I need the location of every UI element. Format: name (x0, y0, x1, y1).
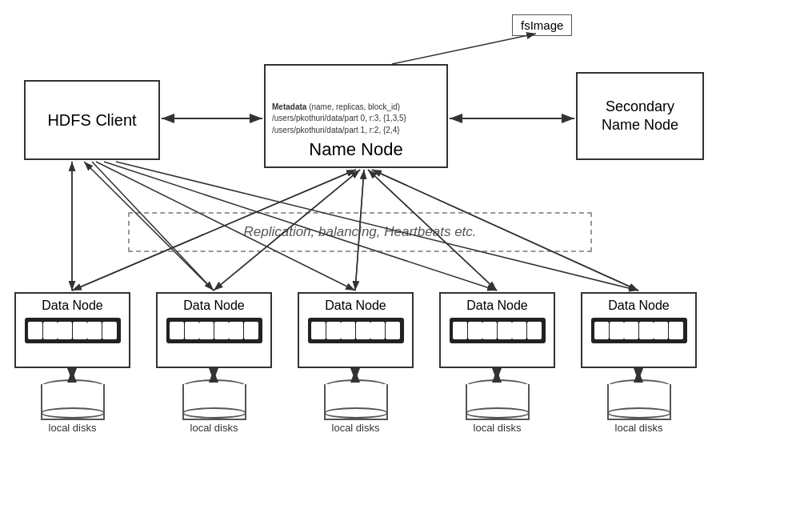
disk-block (43, 322, 58, 339)
data-node-box-1: Data Node (14, 292, 130, 368)
data-node-box-2: Data Node (156, 292, 272, 368)
data-node-container-4: Data Node local disks (439, 292, 555, 434)
name-node-box: Metadata (name, replicas, block_id) /use… (264, 64, 448, 168)
cylinder-bottom (182, 407, 246, 419)
local-disk-label-1: local disks (49, 422, 97, 434)
local-disk-label-5: local disks (615, 422, 663, 434)
hdfs-diagram: fsImage HDFS Client Metadata (name, repl… (0, 0, 812, 505)
disk-block (370, 322, 385, 339)
disk-block (669, 322, 683, 339)
disk-block (453, 322, 467, 339)
disk-block (594, 322, 609, 339)
disk-block (87, 322, 102, 339)
local-disk-label-3: local disks (332, 422, 380, 434)
metadata-line1: /users/pkothuri/data/part 0, r:3, {1,3,5… (272, 114, 406, 122)
replication-label: Replication, balancing, Heartbeats etc. (243, 224, 476, 240)
disk-strip-4 (450, 318, 546, 343)
disk-block (58, 322, 72, 339)
disk-block (28, 322, 42, 339)
disk-block (482, 322, 497, 339)
local-disk-3: local disks (320, 375, 392, 434)
data-node-label-1: Data Node (42, 299, 103, 313)
disk-block (468, 322, 482, 339)
disk-block (654, 322, 668, 339)
disk-block (386, 322, 400, 339)
data-node-container-1: Data Node local disks (14, 292, 130, 434)
cylinder-4 (462, 375, 534, 419)
cylinder-5 (603, 375, 675, 419)
local-disk-label-2: local disks (190, 422, 238, 434)
data-node-label-2: Data Node (183, 299, 245, 313)
data-node-label-4: Data Node (466, 299, 528, 313)
metadata-line2: /users/pkothuri/data/part 1, r:2, {2,4} (272, 126, 400, 134)
disk-block (102, 322, 117, 339)
disk-block (498, 322, 512, 339)
data-node-box-4: Data Node (439, 292, 555, 368)
data-node-label-5: Data Node (608, 299, 670, 313)
disk-block (244, 322, 258, 339)
disk-block (639, 322, 654, 339)
disk-block (229, 322, 243, 339)
disk-block (527, 322, 542, 339)
data-node-box-5: Data Node (581, 292, 697, 368)
data-node-box-3: Data Node (298, 292, 414, 368)
disk-strip-2 (166, 318, 262, 343)
data-node-container-2: Data Node local disks (156, 292, 272, 434)
cylinder-1 (37, 375, 109, 419)
disk-block (610, 322, 624, 339)
disk-block (624, 322, 638, 339)
cylinder-2 (178, 375, 250, 419)
disk-strip-3 (308, 318, 404, 343)
local-disk-1: local disks (37, 375, 109, 434)
disk-block (326, 322, 341, 339)
metadata-label: Metadata (272, 102, 306, 111)
local-disk-2: local disks (178, 375, 250, 434)
replication-box: Replication, balancing, Heartbeats etc. (128, 212, 592, 252)
fsimage-label: fsImage (521, 18, 563, 32)
disk-block (512, 322, 526, 339)
secondary-name-node-box: Secondary Name Node (576, 72, 704, 160)
hdfs-client-label: HDFS Client (47, 111, 136, 130)
disk-strip-5 (591, 318, 687, 343)
disk-block (170, 322, 184, 339)
fsimage-box: fsImage (512, 14, 572, 36)
disk-block (199, 322, 214, 339)
name-node-label: Name Node (309, 139, 402, 160)
local-disk-label-4: local disks (474, 422, 522, 434)
local-disk-4: local disks (462, 375, 534, 434)
cylinder-bottom (607, 407, 671, 419)
disk-block (311, 322, 326, 339)
cylinder-3 (320, 375, 392, 419)
data-node-label-3: Data Node (325, 299, 386, 313)
cylinder-bottom (41, 407, 105, 419)
cylinder-bottom (466, 407, 530, 419)
disk-block (356, 322, 370, 339)
disk-block (341, 322, 355, 339)
hdfs-client-box: HDFS Client (24, 80, 160, 160)
metadata-detail: (name, replicas, block_id) (306, 102, 400, 111)
disk-strip-1 (25, 318, 121, 343)
cylinder-bottom (324, 407, 388, 419)
data-node-container-5: Data Node local disks (581, 292, 697, 434)
local-disk-5: local disks (603, 375, 675, 434)
disk-block (214, 322, 229, 339)
secondary-name-node-label: Secondary Name Node (602, 98, 678, 135)
fsimage-arrow (392, 34, 536, 64)
disk-block (185, 322, 199, 339)
disk-block (73, 322, 87, 339)
data-node-container-3: Data Node local disks (298, 292, 414, 434)
